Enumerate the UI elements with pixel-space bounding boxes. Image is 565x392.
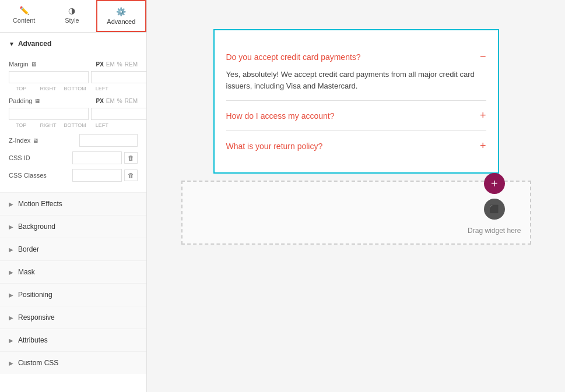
css-id-label: CSS ID <box>9 154 30 161</box>
margin-top-input[interactable] <box>9 71 89 83</box>
caret-icon-custom-css: ▶ <box>9 360 13 366</box>
css-id-field-group: 🗑 <box>72 151 138 164</box>
faq-question-text-2: What is your return policy? <box>226 142 323 151</box>
margin-left-label: LEFT <box>90 86 114 91</box>
collapsible-label-attributes: Attributes <box>18 336 48 344</box>
caret-icon-responsive: ▶ <box>9 315 13 321</box>
collapsible-motion-effects: ▶ Motion Effects <box>0 192 146 215</box>
collapsible-background: ▶ Background <box>0 215 146 238</box>
margin-unit-percent[interactable]: % <box>117 61 122 68</box>
collapsible-border: ▶ Border <box>0 238 146 260</box>
margin-bottom-label: BOTTOM <box>63 86 87 91</box>
css-classes-row: CSS Classes 🗑 <box>9 169 138 182</box>
pencil-icon: ✏️ <box>19 6 29 15</box>
faq-question-0[interactable]: Do you accept credit card payments? − <box>226 51 486 63</box>
margin-unit-rem[interactable]: REM <box>125 61 138 68</box>
monitor-icon-3: 🖥 <box>33 137 38 144</box>
padding-unit-em[interactable]: EM <box>106 98 115 104</box>
add-widget-button[interactable]: + <box>484 173 505 194</box>
margin-input-labels: TOP RIGHT BOTTOM LEFT <box>9 86 138 91</box>
tab-advanced[interactable]: ⚙️ Advanced <box>96 0 146 32</box>
margin-inputs: 🔗 <box>9 71 138 83</box>
margin-units: PX EM % REM <box>96 61 138 68</box>
collapsible-attributes: ▶ Attributes <box>0 329 146 351</box>
collapsible-mask: ▶ Mask <box>0 260 146 283</box>
margin-top-label: TOP <box>9 86 33 91</box>
delete-widget-button[interactable]: ⬛ <box>484 199 505 220</box>
faq-box: Do you accept credit card payments? − Ye… <box>213 29 499 174</box>
right-panel: Do you accept credit card payments? − Ye… <box>147 0 565 392</box>
collapsible-header-motion-effects[interactable]: ▶ Motion Effects <box>0 193 146 215</box>
faq-question-1[interactable]: How do I access my account? + <box>226 110 486 122</box>
drop-zone-actions: + ⬛ Drag widget here <box>468 173 521 235</box>
margin-unit-em[interactable]: EM <box>106 61 115 68</box>
collapsible-header-border[interactable]: ▶ Border <box>0 238 146 260</box>
drop-zone: + ⬛ Drag widget here <box>181 181 531 245</box>
padding-right-input[interactable] <box>91 108 146 120</box>
padding-label: Padding 🖥 <box>9 97 40 104</box>
faq-toggle-0[interactable]: − <box>480 51 486 63</box>
padding-right-label: RIGHT <box>36 122 60 128</box>
css-id-delete-button[interactable]: 🗑 <box>124 152 138 164</box>
faq-toggle-2[interactable]: + <box>480 140 486 152</box>
monitor-icon-2: 🖥 <box>34 98 40 104</box>
collapsible-header-responsive[interactable]: ▶ Responsive <box>0 306 146 329</box>
margin-row: Margin 🖥 PX EM % REM <box>9 61 138 68</box>
tabs-bar: ✏️ Content ◑ Style ⚙️ Advanced <box>0 0 146 33</box>
delete-icon: ⬛ <box>489 204 499 214</box>
collapsible-header-attributes[interactable]: ▶ Attributes <box>0 329 146 351</box>
faq-answer-0: Yes, absolutely! We accept credit card p… <box>226 69 486 91</box>
advanced-title: Advanced <box>18 40 51 48</box>
tab-style[interactable]: ◑ Style <box>48 0 96 32</box>
style-icon: ◑ <box>68 6 75 15</box>
collapsible-positioning: ▶ Positioning <box>0 283 146 306</box>
advanced-section-header: ▼ Advanced <box>0 33 146 55</box>
faq-toggle-1[interactable]: + <box>480 110 486 122</box>
caret-icon-border: ▶ <box>9 246 13 253</box>
padding-unit-percent[interactable]: % <box>117 98 122 104</box>
z-index-row: Z-Index 🖥 <box>9 134 138 147</box>
padding-unit-px[interactable]: PX <box>96 98 104 104</box>
faq-item-0: Do you accept credit card payments? − Ye… <box>226 42 486 101</box>
css-classes-delete-button[interactable]: 🗑 <box>124 169 138 181</box>
collapsible-custom-css: ▶ Custom CSS <box>0 351 146 374</box>
caret-icon-mask: ▶ <box>9 269 13 276</box>
panel-content: ▼ Advanced Margin 🖥 PX EM % REM <box>0 33 146 392</box>
tab-content[interactable]: ✏️ Content <box>0 0 48 32</box>
collapsible-label-mask: Mask <box>18 268 35 276</box>
collapsible-header-custom-css[interactable]: ▶ Custom CSS <box>0 352 146 374</box>
faq-question-text-0: Do you accept credit card payments? <box>226 52 361 62</box>
faq-item-1: How do I access my account? + <box>226 101 486 131</box>
css-id-row: CSS ID 🗑 <box>9 151 138 164</box>
css-classes-input[interactable] <box>72 169 122 182</box>
monitor-icon: 🖥 <box>31 61 37 68</box>
faq-question-text-1: How do I access my account? <box>226 111 335 121</box>
collapsible-responsive: ▶ Responsive <box>0 306 146 329</box>
margin-right-label: RIGHT <box>36 86 60 91</box>
padding-unit-rem[interactable]: REM <box>125 98 138 104</box>
z-index-label: Z-Index 🖥 <box>9 137 38 144</box>
collapsible-label-motion-effects: Motion Effects <box>18 200 62 208</box>
advanced-section: Margin 🖥 PX EM % REM 🔗 TOP RIGHT <box>0 55 146 192</box>
collapsible-label-custom-css: Custom CSS <box>18 359 58 367</box>
collapsibles-container: ▶ Motion Effects ▶ Background ▶ Border ▶… <box>0 192 146 374</box>
padding-input-labels: TOP RIGHT BOTTOM LEFT <box>9 122 138 128</box>
collapsible-header-mask[interactable]: ▶ Mask <box>0 261 146 283</box>
caret-icon-attributes: ▶ <box>9 337 13 344</box>
margin-right-input[interactable] <box>91 71 146 83</box>
caret-icon-background: ▶ <box>9 224 13 230</box>
padding-inputs: 🔗 <box>9 108 138 120</box>
css-id-input[interactable] <box>72 151 122 164</box>
collapsible-header-background[interactable]: ▶ Background <box>0 216 146 238</box>
faq-item-2: What is your return policy? + <box>226 131 486 161</box>
collapsible-header-positioning[interactable]: ▶ Positioning <box>0 284 146 306</box>
collapsible-label-border: Border <box>18 245 39 253</box>
css-classes-label: CSS Classes <box>9 172 47 179</box>
padding-bottom-label: BOTTOM <box>63 122 87 128</box>
z-index-input[interactable] <box>79 134 138 147</box>
margin-unit-px[interactable]: PX <box>96 61 104 68</box>
faq-question-2[interactable]: What is your return policy? + <box>226 140 486 152</box>
margin-label: Margin 🖥 <box>9 61 37 68</box>
padding-row: Padding 🖥 PX EM % REM <box>9 97 138 104</box>
padding-top-input[interactable] <box>9 108 89 120</box>
